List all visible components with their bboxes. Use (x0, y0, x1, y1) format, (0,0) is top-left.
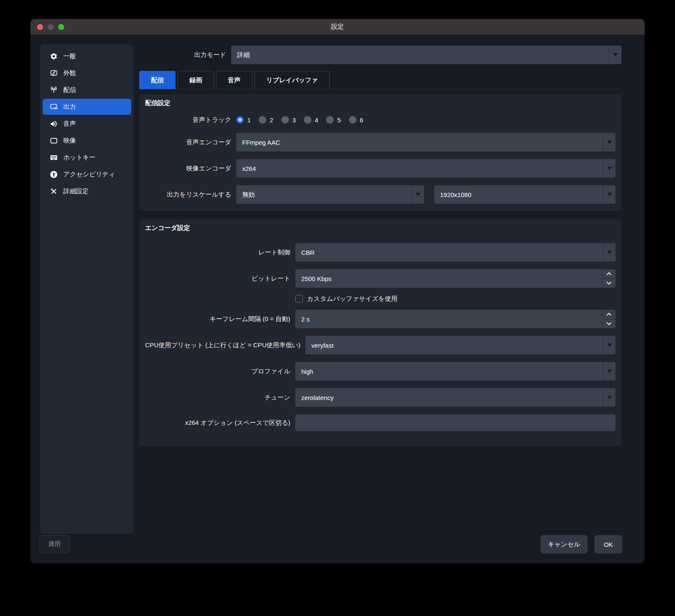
tab-streaming[interactable]: 配信 (139, 71, 176, 89)
window-title: 設定 (331, 23, 344, 31)
settings-sidebar: 一般 外観 配信 出力 音声 映像 ホットキー アクセシビリティ (40, 44, 134, 534)
sidebar-item-label: 配信 (63, 86, 76, 94)
sidebar-item-accessibility[interactable]: アクセシビリティ (43, 166, 131, 182)
sidebar-item-label: 音声 (63, 120, 76, 128)
sidebar-item-appearance[interactable]: 外観 (43, 65, 131, 81)
bitrate-increment-button[interactable] (602, 269, 616, 279)
cpu-preset-label: CPU使用プリセット (上に行くほど = CPU使用率低い) (145, 341, 305, 349)
audio-track-radio-6[interactable]: 6 (349, 116, 363, 124)
sidebar-item-audio[interactable]: 音声 (43, 116, 131, 132)
rate-control-row: レート制御 CBR (145, 243, 616, 262)
tab-audio[interactable]: 音声 (216, 71, 252, 89)
custom-buffer-label: カスタムバッファサイズを使用 (307, 295, 397, 303)
sidebar-item-output[interactable]: 出力 (43, 99, 131, 115)
sidebar-item-video[interactable]: 映像 (43, 132, 131, 149)
sidebar-item-label: 外観 (63, 69, 76, 77)
tab-recording[interactable]: 録画 (178, 71, 214, 89)
sidebar-item-general[interactable]: 一般 (43, 48, 131, 64)
sidebar-item-hotkeys[interactable]: ホットキー (43, 149, 131, 165)
sidebar-item-label: 映像 (63, 137, 76, 145)
broadcast-icon (50, 86, 58, 94)
gear-icon (50, 52, 58, 60)
cpu-preset-select[interactable]: veryfast (305, 336, 616, 354)
chevron-up-icon (606, 313, 612, 316)
bitrate-input[interactable] (295, 269, 616, 288)
audio-track-label: 音声トラック (145, 116, 236, 124)
audio-encoder-select[interactable]: FFmpeg AAC (236, 133, 616, 151)
radio-icon (259, 116, 266, 124)
accessibility-icon (50, 170, 58, 178)
radio-icon (349, 116, 356, 124)
keyframe-interval-row: キーフレーム間隔 (0 = 自動) (145, 310, 616, 328)
tune-row: チューン zerolatency (145, 388, 616, 407)
keyframe-interval-field (295, 310, 616, 328)
radio-icon (326, 116, 334, 124)
chevron-down-icon (606, 281, 612, 285)
chevron-down-icon (609, 46, 621, 64)
audio-track-radio-1[interactable]: 1 (236, 116, 251, 124)
audio-track-radio-5[interactable]: 5 (326, 116, 340, 124)
rate-control-label: レート制御 (145, 249, 295, 257)
profile-row: プロファイル high (145, 362, 616, 381)
sidebar-item-advanced[interactable]: 詳細設定 (43, 183, 131, 199)
encoder-settings-group: エンコーダ設定 レート制御 CBR ビットレート カスタムバッファサイ (139, 219, 621, 446)
audio-encoder-label: 音声エンコーダ (145, 138, 236, 146)
tools-icon (50, 187, 58, 195)
keyframe-increment-button[interactable] (602, 310, 616, 319)
chevron-down-icon (603, 362, 616, 381)
chevron-down-icon (606, 322, 612, 325)
tab-divider (139, 89, 621, 89)
chevron-up-icon (606, 272, 612, 276)
custom-buffer-checkbox[interactable]: カスタムバッファサイズを使用 (295, 295, 397, 303)
rate-control-select[interactable]: CBR (295, 243, 616, 262)
chevron-down-icon (411, 185, 424, 204)
video-encoder-label: 映像エンコーダ (145, 165, 236, 173)
video-encoder-select[interactable]: x264 (236, 159, 616, 178)
audio-track-radio-4[interactable]: 4 (304, 116, 318, 124)
tune-select[interactable]: zerolatency (295, 388, 616, 407)
apply-button[interactable]: 適用 (39, 535, 70, 553)
output-mode-value: 詳細 (231, 51, 250, 59)
audio-track-row: 音声トラック 1 2 3 4 5 6 (145, 114, 616, 126)
checkbox-icon (295, 295, 303, 303)
streaming-settings-title: 配信設定 (145, 99, 616, 107)
titlebar: 設定 (30, 19, 645, 35)
audio-track-radio-2[interactable]: 2 (259, 116, 273, 124)
bitrate-decrement-button[interactable] (602, 279, 616, 288)
radio-icon (304, 116, 311, 124)
cancel-button[interactable]: キャンセル (540, 535, 588, 554)
rescale-resolution-select[interactable]: 1920x1080 (434, 185, 616, 204)
rescale-output-row: 出力をリスケールする 無効 1920x1080 (145, 185, 616, 204)
tune-label: チューン (145, 394, 295, 402)
audio-track-radio-3[interactable]: 3 (281, 116, 296, 124)
x264-options-field (295, 414, 616, 431)
sidebar-item-label: 一般 (63, 52, 76, 60)
bitrate-row: ビットレート (145, 269, 616, 288)
cpu-preset-row: CPU使用プリセット (上に行くほど = CPU使用率低い) veryfast (145, 336, 616, 354)
profile-select[interactable]: high (295, 362, 616, 381)
audio-icon (50, 120, 58, 128)
output-mode-row: 出力モード 詳細 (139, 46, 621, 64)
keyframe-interval-input[interactable] (295, 310, 616, 328)
x264-options-label: x264 オプション (スペースで区切る) (145, 419, 295, 427)
chevron-down-icon (603, 133, 616, 151)
audio-encoder-row: 音声エンコーダ FFmpeg AAC (145, 133, 616, 151)
output-mode-select[interactable]: 詳細 (231, 46, 621, 64)
minimize-window-icon[interactable] (48, 24, 54, 30)
bitrate-field (295, 269, 616, 288)
profile-label: プロファイル (145, 367, 295, 376)
ok-button[interactable]: OK (594, 535, 622, 554)
x264-options-input[interactable] (295, 414, 616, 431)
tab-replay-buffer[interactable]: リプレイバッファ (254, 71, 330, 89)
chevron-down-icon (603, 388, 616, 407)
sidebar-item-label: アクセシビリティ (63, 170, 115, 178)
chevron-down-icon (603, 243, 616, 262)
rescale-mode-select[interactable]: 無効 (236, 185, 424, 204)
video-encoder-row: 映像エンコーダ x264 (145, 159, 616, 178)
zoom-window-icon[interactable] (58, 24, 64, 30)
radio-icon (281, 116, 289, 124)
chevron-down-icon (603, 185, 616, 204)
keyframe-decrement-button[interactable] (602, 319, 616, 329)
close-window-icon[interactable] (37, 24, 43, 30)
sidebar-item-stream[interactable]: 配信 (43, 82, 131, 98)
